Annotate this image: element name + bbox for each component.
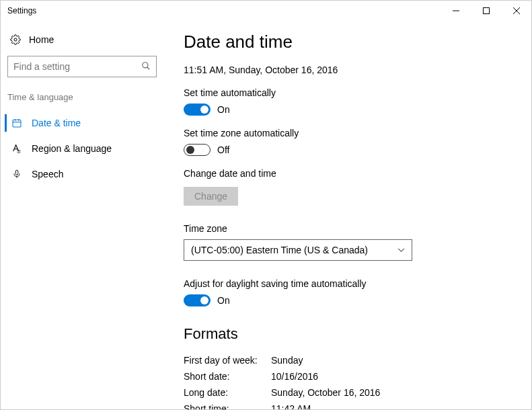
window-controls bbox=[441, 1, 531, 21]
chevron-down-icon bbox=[397, 246, 405, 254]
sidebar-category: Time & language bbox=[1, 89, 163, 110]
gear-icon bbox=[10, 34, 21, 45]
toggle-state-text: On bbox=[217, 104, 230, 115]
toggle-state-text: On bbox=[217, 295, 230, 306]
change-button: Change bbox=[184, 187, 238, 206]
set-time-auto-toggle[interactable]: On bbox=[184, 104, 511, 116]
search-input-wrapper[interactable] bbox=[7, 56, 157, 77]
timezone-select[interactable]: (UTC-05:00) Eastern Time (US & Canada) bbox=[184, 239, 412, 261]
formats-table: First day of week:Sunday Short date:10/1… bbox=[184, 352, 511, 409]
sidebar-item-label: Speech bbox=[32, 169, 63, 179]
timezone-value: (UTC-05:00) Eastern Time (US & Canada) bbox=[191, 245, 368, 255]
sidebar-item-region-language[interactable]: 字 Region & language bbox=[1, 136, 163, 161]
titlebar: Settings bbox=[1, 1, 531, 21]
svg-rect-7 bbox=[13, 120, 21, 127]
formats-row: Short date:10/16/2016 bbox=[184, 368, 511, 384]
search-input[interactable] bbox=[13, 61, 141, 72]
language-icon: 字 bbox=[11, 143, 22, 154]
current-datetime: 11:51 AM, Sunday, October 16, 2016 bbox=[184, 65, 511, 75]
sidebar-item-label: Date & time bbox=[32, 118, 81, 128]
sidebar: Home Time & language Date & time 字 Regio… bbox=[1, 21, 163, 409]
svg-rect-1 bbox=[483, 8, 489, 14]
close-button[interactable] bbox=[501, 1, 531, 21]
dst-toggle[interactable]: On bbox=[184, 294, 511, 306]
set-tz-auto-toggle[interactable]: Off bbox=[184, 144, 511, 156]
page-title: Date and time bbox=[184, 32, 511, 52]
svg-rect-13 bbox=[15, 170, 18, 175]
formats-row: Short time:11:42 AM bbox=[184, 401, 511, 409]
clock-icon bbox=[11, 118, 22, 128]
search-icon bbox=[141, 61, 151, 73]
set-time-auto-label: Set time automatically bbox=[184, 87, 511, 98]
formats-row: First day of week:Sunday bbox=[184, 352, 511, 368]
microphone-icon bbox=[11, 169, 22, 179]
svg-line-6 bbox=[147, 67, 150, 69]
timezone-label: Time zone bbox=[184, 223, 511, 234]
home-button[interactable]: Home bbox=[1, 30, 163, 49]
change-datetime-label: Change date and time bbox=[184, 168, 511, 179]
formats-row: Long date:Sunday, October 16, 2016 bbox=[184, 384, 511, 401]
formats-title: Formats bbox=[184, 325, 511, 343]
set-tz-auto-label: Set time zone automatically bbox=[184, 128, 511, 138]
content-area: Date and time 11:51 AM, Sunday, October … bbox=[163, 21, 531, 409]
svg-point-5 bbox=[143, 62, 148, 67]
window-title: Settings bbox=[7, 6, 441, 15]
home-label: Home bbox=[29, 34, 54, 45]
minimize-button[interactable] bbox=[441, 1, 471, 21]
dst-label: Adjust for daylight saving time automati… bbox=[184, 278, 511, 289]
toggle-state-text: Off bbox=[217, 145, 229, 155]
sidebar-item-date-time[interactable]: Date & time bbox=[1, 110, 163, 136]
svg-text:字: 字 bbox=[17, 149, 21, 154]
sidebar-item-label: Region & language bbox=[32, 143, 112, 154]
svg-point-4 bbox=[14, 38, 17, 41]
sidebar-item-speech[interactable]: Speech bbox=[1, 161, 163, 187]
maximize-button[interactable] bbox=[471, 1, 501, 21]
